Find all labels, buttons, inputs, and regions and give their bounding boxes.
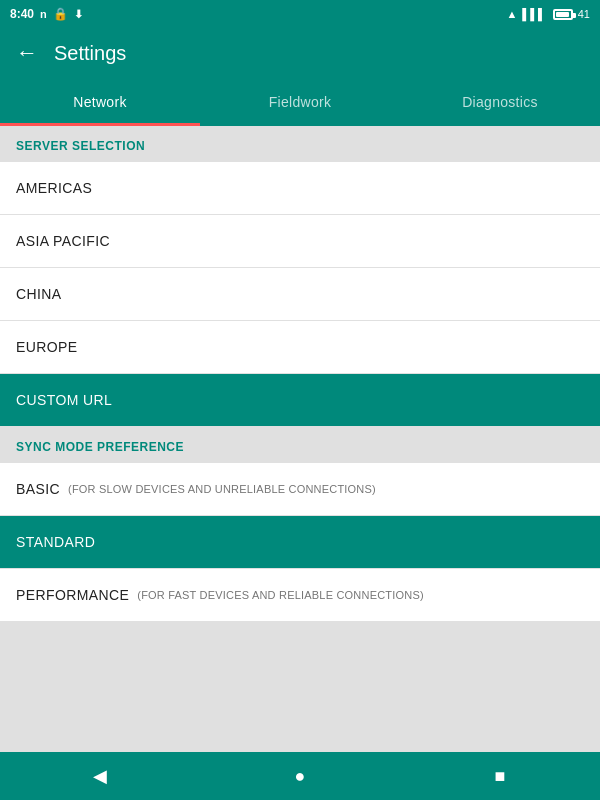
battery-percent: 41 bbox=[578, 8, 590, 20]
nav-home-button[interactable]: ● bbox=[280, 756, 320, 796]
nav-recent-button[interactable]: ■ bbox=[480, 756, 520, 796]
sync-performance[interactable]: PERFORMANCE (FOR FAST DEVICES AND RELIAB… bbox=[0, 569, 600, 622]
sync-standard[interactable]: STANDARD bbox=[0, 516, 600, 569]
sync-basic[interactable]: BASIC (FOR SLOW DEVICES AND UNRELIABLE C… bbox=[0, 463, 600, 516]
status-bar: 8:40 n 🔒 ⬇ ▲ ▌▌▌ 41 bbox=[0, 0, 600, 28]
back-button[interactable]: ← bbox=[16, 40, 38, 66]
notification-icon-n: n bbox=[40, 8, 47, 20]
status-time: 8:40 bbox=[10, 7, 34, 21]
server-europe[interactable]: EUROPE bbox=[0, 321, 600, 374]
signal-icon: ▌▌▌ bbox=[522, 8, 545, 20]
notification-icon-download: ⬇ bbox=[74, 8, 83, 21]
empty-space bbox=[0, 622, 600, 742]
battery-icon bbox=[553, 9, 573, 20]
tab-fieldwork[interactable]: Fieldwork bbox=[200, 78, 400, 126]
server-china[interactable]: CHINA bbox=[0, 268, 600, 321]
status-bar-left: 8:40 n 🔒 ⬇ bbox=[10, 7, 83, 21]
status-bar-right: ▲ ▌▌▌ 41 bbox=[506, 8, 590, 20]
server-selection-header: SERVER SELECTION bbox=[0, 126, 600, 162]
wifi-icon: ▲ bbox=[506, 8, 517, 20]
server-americas[interactable]: AMERICAS bbox=[0, 162, 600, 215]
tabs-container: Network Fieldwork Diagnostics bbox=[0, 78, 600, 126]
tab-network[interactable]: Network bbox=[0, 78, 200, 126]
bottom-nav: ◀ ● ■ bbox=[0, 752, 600, 800]
sync-mode-header: SYNC MODE PREFERENCE bbox=[0, 427, 600, 463]
content-area: SERVER SELECTION AMERICAS ASIA PACIFIC C… bbox=[0, 126, 600, 752]
server-custom-url[interactable]: CUSTOM URL bbox=[0, 374, 600, 427]
notification-icon-lock: 🔒 bbox=[53, 7, 68, 21]
nav-back-button[interactable]: ◀ bbox=[80, 756, 120, 796]
tab-diagnostics[interactable]: Diagnostics bbox=[400, 78, 600, 126]
app-bar: ← Settings bbox=[0, 28, 600, 78]
server-asia-pacific[interactable]: ASIA PACIFIC bbox=[0, 215, 600, 268]
page-title: Settings bbox=[54, 42, 126, 65]
